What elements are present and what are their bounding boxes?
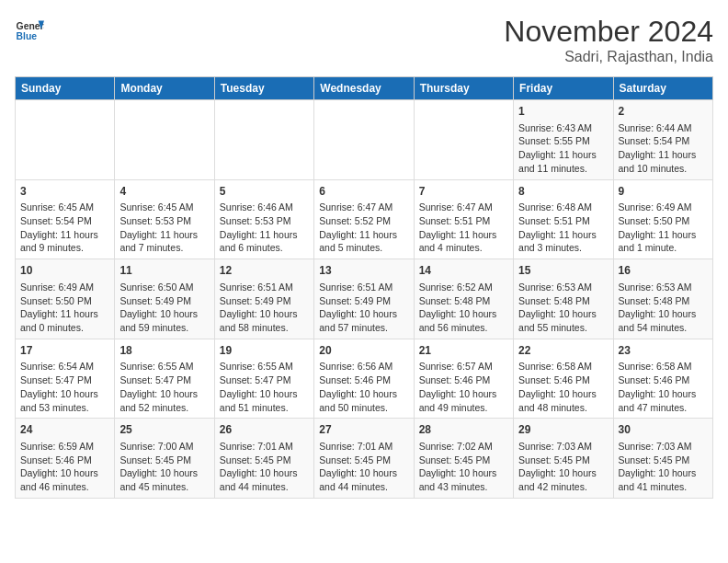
day-info: Daylight: 11 hours and 5 minutes.	[319, 228, 408, 255]
day-info: Daylight: 10 hours and 53 minutes.	[20, 387, 109, 414]
day-info: Sunrise: 6:53 AM	[518, 281, 608, 294]
day-number: 25	[119, 422, 209, 438]
week-row-4: 17Sunrise: 6:54 AMSunset: 5:47 PMDayligh…	[16, 339, 713, 419]
day-cell: 10Sunrise: 6:49 AMSunset: 5:50 PMDayligh…	[16, 259, 115, 339]
day-info: Sunset: 5:52 PM	[319, 214, 408, 228]
day-info: Daylight: 10 hours and 41 minutes.	[619, 466, 708, 493]
day-info: Daylight: 10 hours and 52 minutes.	[119, 387, 209, 414]
week-row-2: 3Sunrise: 6:45 AMSunset: 5:54 PMDaylight…	[16, 179, 713, 259]
day-cell: 12Sunrise: 6:51 AMSunset: 5:49 PMDayligh…	[214, 259, 313, 339]
day-info: Sunrise: 7:00 AM	[119, 440, 209, 454]
day-info: Sunrise: 7:02 AM	[419, 440, 508, 454]
day-info: Sunset: 5:46 PM	[20, 454, 109, 467]
day-info: Sunset: 5:47 PM	[119, 373, 209, 387]
day-info: Daylight: 11 hours and 6 minutes.	[220, 228, 309, 255]
day-cell: 20Sunrise: 6:56 AMSunset: 5:46 PMDayligh…	[314, 339, 414, 419]
day-cell: 1Sunrise: 6:43 AMSunset: 5:55 PMDaylight…	[514, 100, 613, 180]
day-info: Sunrise: 6:44 AM	[619, 121, 708, 135]
day-info: Sunset: 5:54 PM	[619, 134, 708, 148]
day-number: 27	[319, 422, 408, 438]
day-cell: 14Sunrise: 6:52 AMSunset: 5:48 PMDayligh…	[414, 259, 513, 339]
page-subtitle: Sadri, Rajasthan, India	[504, 49, 713, 65]
day-number: 20	[319, 343, 408, 359]
week-row-5: 24Sunrise: 6:59 AMSunset: 5:46 PMDayligh…	[16, 419, 713, 499]
day-info: Daylight: 11 hours and 10 minutes.	[619, 148, 708, 175]
day-info: Sunset: 5:53 PM	[119, 214, 209, 228]
day-info: Daylight: 10 hours and 56 minutes.	[419, 307, 508, 334]
day-number: 24	[20, 422, 109, 438]
day-info: Sunrise: 6:54 AM	[20, 360, 109, 373]
day-info: Sunset: 5:47 PM	[220, 373, 309, 387]
day-cell	[414, 100, 513, 180]
day-info: Sunrise: 7:01 AM	[220, 440, 309, 454]
day-info: Daylight: 11 hours and 3 minutes.	[518, 228, 608, 255]
day-cell: 6Sunrise: 6:47 AMSunset: 5:52 PMDaylight…	[314, 179, 414, 259]
day-cell: 23Sunrise: 6:58 AMSunset: 5:46 PMDayligh…	[613, 339, 712, 419]
day-number: 19	[220, 343, 309, 359]
day-info: Sunrise: 6:57 AM	[419, 360, 508, 373]
day-number: 14	[419, 263, 508, 279]
day-number: 21	[419, 343, 508, 359]
day-info: Daylight: 10 hours and 58 minutes.	[220, 307, 309, 334]
day-info: Sunrise: 6:58 AM	[518, 360, 608, 373]
day-number: 12	[220, 263, 309, 279]
day-cell: 4Sunrise: 6:45 AMSunset: 5:53 PMDaylight…	[115, 179, 214, 259]
day-info: Sunrise: 7:03 AM	[518, 440, 608, 454]
day-info: Daylight: 11 hours and 1 minute.	[619, 228, 708, 255]
day-info: Sunset: 5:45 PM	[319, 454, 408, 467]
day-info: Sunset: 5:51 PM	[419, 214, 508, 228]
day-info: Sunset: 5:48 PM	[518, 294, 608, 308]
day-cell: 17Sunrise: 6:54 AMSunset: 5:47 PMDayligh…	[16, 339, 115, 419]
day-cell: 9Sunrise: 6:49 AMSunset: 5:50 PMDaylight…	[613, 179, 712, 259]
day-info: Sunset: 5:51 PM	[518, 214, 608, 228]
weekday-header-row: SundayMondayTuesdayWednesdayThursdayFrid…	[16, 77, 713, 100]
day-number: 23	[619, 343, 708, 359]
page-header: General Blue November 2024 Sadri, Rajast…	[15, 15, 713, 65]
day-info: Sunset: 5:45 PM	[619, 454, 708, 467]
day-info: Sunrise: 6:48 AM	[518, 201, 608, 214]
week-row-3: 10Sunrise: 6:49 AMSunset: 5:50 PMDayligh…	[16, 259, 713, 339]
day-number: 11	[119, 263, 209, 279]
day-cell: 26Sunrise: 7:01 AMSunset: 5:45 PMDayligh…	[214, 419, 313, 499]
day-info: Sunset: 5:47 PM	[20, 373, 109, 387]
day-info: Sunrise: 6:53 AM	[619, 281, 708, 294]
day-number: 16	[619, 263, 708, 279]
day-info: Sunrise: 6:59 AM	[20, 440, 109, 454]
day-info: Sunset: 5:48 PM	[419, 294, 508, 308]
day-number: 29	[518, 422, 608, 438]
day-number: 26	[220, 422, 309, 438]
day-number: 13	[319, 263, 408, 279]
day-info: Daylight: 10 hours and 47 minutes.	[619, 387, 708, 414]
week-row-1: 1Sunrise: 6:43 AMSunset: 5:55 PMDaylight…	[16, 100, 713, 180]
day-number: 1	[518, 104, 608, 120]
day-number: 15	[518, 263, 608, 279]
day-info: Daylight: 10 hours and 44 minutes.	[220, 466, 309, 493]
weekday-header-monday: Monday	[115, 77, 214, 100]
day-info: Sunset: 5:49 PM	[119, 294, 209, 308]
day-number: 22	[518, 343, 608, 359]
day-cell: 7Sunrise: 6:47 AMSunset: 5:51 PMDaylight…	[414, 179, 513, 259]
day-info: Daylight: 10 hours and 57 minutes.	[319, 307, 408, 334]
day-info: Sunset: 5:49 PM	[319, 294, 408, 308]
day-info: Daylight: 11 hours and 9 minutes.	[20, 228, 109, 255]
day-cell: 19Sunrise: 6:55 AMSunset: 5:47 PMDayligh…	[214, 339, 313, 419]
day-info: Daylight: 10 hours and 50 minutes.	[319, 387, 408, 414]
calendar-table: SundayMondayTuesdayWednesdayThursdayFrid…	[15, 76, 713, 499]
day-info: Sunset: 5:50 PM	[619, 214, 708, 228]
day-info: Sunset: 5:53 PM	[220, 214, 309, 228]
day-info: Sunrise: 6:47 AM	[319, 201, 408, 214]
day-number: 2	[619, 104, 708, 120]
day-number: 17	[20, 343, 109, 359]
day-cell: 24Sunrise: 6:59 AMSunset: 5:46 PMDayligh…	[16, 419, 115, 499]
weekday-header-thursday: Thursday	[414, 77, 513, 100]
day-cell: 18Sunrise: 6:55 AMSunset: 5:47 PMDayligh…	[115, 339, 214, 419]
day-info: Daylight: 11 hours and 7 minutes.	[119, 228, 209, 255]
day-info: Sunrise: 6:58 AM	[619, 360, 708, 373]
day-info: Sunset: 5:50 PM	[20, 294, 109, 308]
day-info: Daylight: 10 hours and 42 minutes.	[518, 466, 608, 493]
day-info: Sunset: 5:45 PM	[518, 454, 608, 467]
day-info: Daylight: 11 hours and 4 minutes.	[419, 228, 508, 255]
day-info: Sunrise: 6:46 AM	[220, 201, 309, 214]
day-info: Daylight: 10 hours and 55 minutes.	[518, 307, 608, 334]
day-cell: 22Sunrise: 6:58 AMSunset: 5:46 PMDayligh…	[514, 339, 613, 419]
